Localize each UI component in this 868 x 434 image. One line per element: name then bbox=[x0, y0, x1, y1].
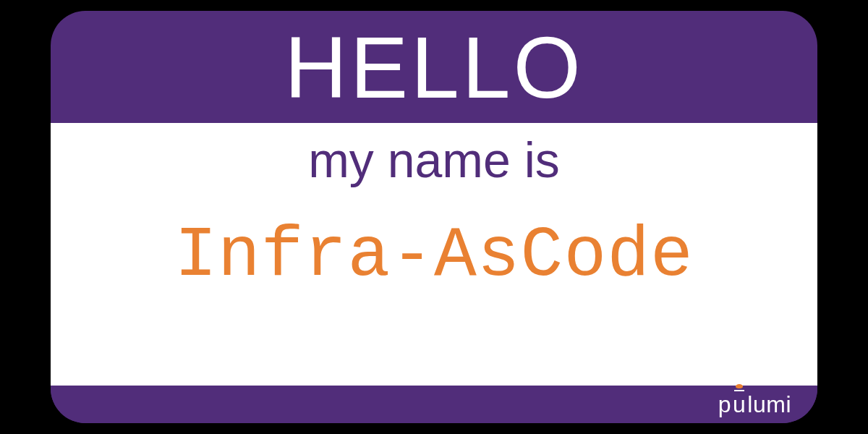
subtitle-text: my name is bbox=[308, 132, 560, 188]
nametag-header: HELLO bbox=[51, 11, 817, 123]
nametag-body: my name is Infra-AsCode bbox=[51, 123, 817, 386]
pulumi-logo: p u lumi bbox=[718, 393, 791, 416]
hello-label: HELLO bbox=[284, 24, 584, 111]
nametag-card: HELLO my name is Infra-AsCode p u lumi bbox=[51, 11, 817, 423]
logo-text-u-dotted: u bbox=[733, 393, 746, 416]
name-value: Infra-AsCode bbox=[174, 216, 694, 296]
nametag-footer: p u lumi bbox=[51, 386, 817, 423]
logo-text-p: p bbox=[718, 393, 731, 416]
logo-text-rest: lumi bbox=[747, 393, 791, 416]
